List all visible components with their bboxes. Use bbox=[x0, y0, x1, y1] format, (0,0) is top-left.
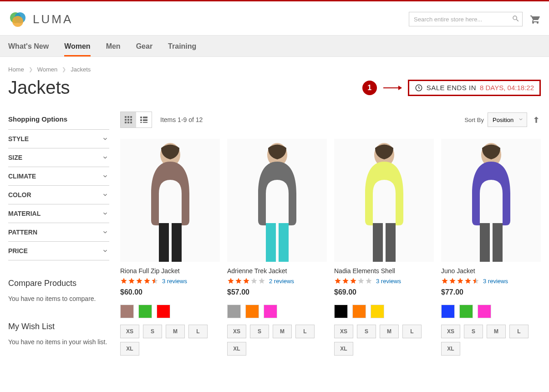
size-swatch[interactable]: S bbox=[357, 325, 376, 338]
clock-icon bbox=[415, 84, 423, 92]
color-swatch[interactable] bbox=[138, 305, 152, 318]
compare-products-title: Compare Products bbox=[8, 279, 109, 288]
grid-icon bbox=[125, 116, 132, 123]
size-swatch[interactable]: L bbox=[509, 325, 529, 338]
filter-climate[interactable]: CLIMATE bbox=[8, 167, 109, 185]
nav-whats-new[interactable]: What's New bbox=[8, 36, 49, 56]
list-icon bbox=[140, 116, 147, 123]
size-swatch[interactable]: XL bbox=[227, 342, 246, 356]
nav-gear[interactable]: Gear bbox=[136, 36, 152, 56]
size-swatch[interactable]: M bbox=[273, 325, 292, 338]
product-name[interactable]: Riona Full Zip Jacket bbox=[120, 267, 220, 275]
svg-rect-7 bbox=[125, 119, 127, 121]
size-swatch[interactable]: XS bbox=[120, 325, 139, 338]
product-image-wrap[interactable] bbox=[441, 139, 541, 262]
svg-rect-11 bbox=[127, 122, 129, 123]
filter-price[interactable]: PRICE bbox=[8, 241, 109, 260]
nav-men[interactable]: Men bbox=[106, 36, 121, 56]
size-swatch[interactable]: XL bbox=[334, 342, 353, 356]
page-title: Jackets bbox=[8, 77, 70, 98]
filter-style[interactable]: STYLE bbox=[8, 129, 109, 148]
size-swatch[interactable]: S bbox=[143, 325, 162, 338]
crumb-home[interactable]: Home bbox=[8, 66, 24, 73]
product-image-wrap[interactable] bbox=[334, 139, 434, 262]
item-count: Items 1-9 of 12 bbox=[160, 116, 203, 123]
size-swatch[interactable]: XS bbox=[227, 325, 246, 338]
size-swatch[interactable]: L bbox=[188, 325, 208, 338]
chevron-down-icon bbox=[102, 136, 108, 142]
svg-rect-21 bbox=[172, 223, 182, 262]
filter-pattern[interactable]: PATTERN bbox=[8, 223, 109, 241]
reviews-link[interactable]: 2 reviews bbox=[269, 278, 294, 285]
size-swatch[interactable]: XS bbox=[334, 325, 353, 338]
product-name[interactable]: Adrienne Trek Jacket bbox=[227, 267, 327, 275]
logo[interactable]: LUMA bbox=[8, 10, 73, 29]
nav-training[interactable]: Training bbox=[168, 36, 196, 56]
size-swatch[interactable]: M bbox=[166, 325, 185, 338]
size-swatch[interactable]: XL bbox=[120, 342, 139, 356]
chevron-down-icon bbox=[102, 248, 108, 254]
svg-rect-27 bbox=[386, 223, 396, 262]
product-image[interactable] bbox=[455, 139, 528, 262]
color-swatch[interactable] bbox=[120, 305, 134, 318]
star-rating bbox=[334, 277, 372, 285]
product-image[interactable] bbox=[134, 139, 207, 262]
filter-label: COLOR bbox=[8, 191, 31, 199]
color-swatch[interactable] bbox=[352, 305, 366, 318]
brand-text: LUMA bbox=[33, 12, 73, 26]
filter-material[interactable]: MATERIAL bbox=[8, 204, 109, 223]
color-swatch[interactable] bbox=[264, 305, 277, 318]
color-swatch[interactable] bbox=[371, 305, 384, 318]
size-swatch[interactable]: M bbox=[380, 325, 399, 338]
size-swatch[interactable]: M bbox=[487, 325, 506, 338]
size-swatch[interactable]: XS bbox=[441, 325, 460, 338]
cart-icon[interactable] bbox=[530, 14, 541, 25]
size-swatch[interactable]: L bbox=[295, 325, 315, 338]
product-image[interactable] bbox=[348, 139, 421, 262]
size-swatches: XSSMLXL bbox=[120, 325, 220, 356]
filter-size[interactable]: SIZE bbox=[8, 148, 109, 167]
product-image-wrap[interactable] bbox=[227, 139, 327, 262]
color-swatch[interactable] bbox=[478, 305, 491, 318]
svg-rect-9 bbox=[130, 119, 132, 121]
search-box bbox=[409, 12, 523, 26]
size-swatch[interactable]: XL bbox=[441, 342, 460, 356]
sale-countdown: SALE ENDS IN 8 DAYS, 04:18:22 bbox=[408, 80, 541, 96]
color-swatch[interactable] bbox=[227, 305, 241, 318]
reviews-link[interactable]: 3 reviews bbox=[162, 278, 187, 285]
product-price: $60.00 bbox=[120, 288, 220, 296]
header: LUMA bbox=[0, 1, 549, 35]
wishlist-text: You have no items in your wish list. bbox=[8, 338, 109, 347]
color-swatch[interactable] bbox=[459, 305, 473, 318]
sort-select[interactable]: Position bbox=[488, 112, 527, 127]
color-swatch[interactable] bbox=[334, 305, 348, 318]
crumb-women[interactable]: Women bbox=[37, 66, 58, 73]
product-card: Juno Jacket3 reviews$77.00XSSMLXL bbox=[441, 139, 541, 356]
color-swatch[interactable] bbox=[441, 305, 455, 318]
product-image[interactable] bbox=[241, 139, 314, 262]
svg-rect-13 bbox=[140, 117, 142, 118]
color-swatch[interactable] bbox=[157, 305, 170, 318]
product-name[interactable]: Nadia Elements Shell bbox=[334, 267, 434, 275]
sale-time: 8 DAYS, 04:18:22 bbox=[480, 84, 534, 92]
search-icon[interactable] bbox=[512, 15, 520, 23]
filter-color[interactable]: COLOR bbox=[8, 185, 109, 204]
grid-view-button[interactable] bbox=[121, 112, 136, 127]
size-swatch[interactable]: S bbox=[464, 325, 483, 338]
product-image-wrap[interactable] bbox=[120, 139, 220, 262]
size-swatch[interactable]: S bbox=[250, 325, 269, 338]
size-swatch[interactable]: L bbox=[402, 325, 422, 338]
chevron-right-icon: ❯ bbox=[62, 66, 66, 72]
reviews-link[interactable]: 3 reviews bbox=[483, 278, 508, 285]
product-name[interactable]: Juno Jacket bbox=[441, 267, 541, 275]
nav-women[interactable]: Women bbox=[64, 36, 90, 56]
color-swatch[interactable] bbox=[245, 305, 259, 318]
search-input[interactable] bbox=[409, 12, 523, 26]
product-price: $77.00 bbox=[441, 288, 541, 296]
svg-rect-17 bbox=[140, 122, 142, 123]
product-listing: Items 1-9 of 12 Sort By Position Riona F… bbox=[120, 112, 541, 356]
reviews-link[interactable]: 3 reviews bbox=[376, 278, 401, 285]
list-view-button[interactable] bbox=[136, 112, 152, 127]
svg-rect-15 bbox=[140, 119, 142, 121]
sort-direction-button[interactable] bbox=[532, 115, 541, 124]
